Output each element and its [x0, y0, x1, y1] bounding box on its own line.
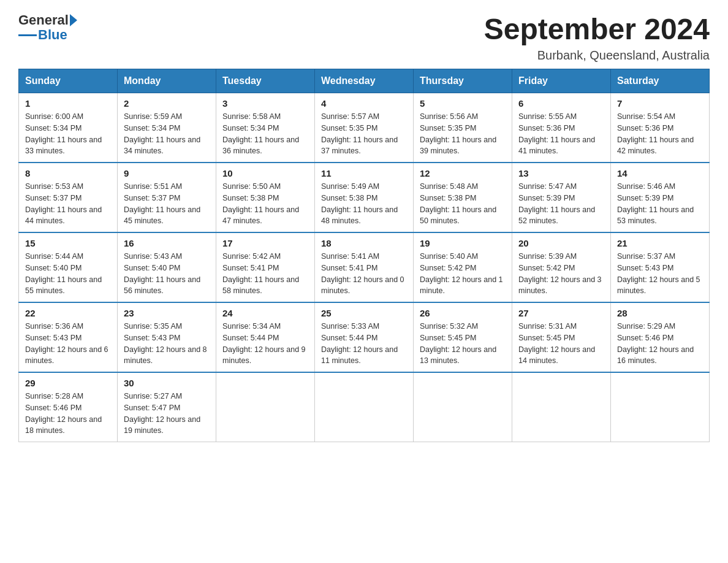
- day-number: 11: [321, 168, 407, 178]
- day-number: 18: [321, 238, 407, 248]
- calendar-cell: 2Sunrise: 5:59 AMSunset: 5:34 PMDaylight…: [118, 93, 216, 163]
- day-number: 25: [321, 308, 407, 318]
- day-number: 27: [518, 308, 604, 318]
- calendar-cell: 17Sunrise: 5:42 AMSunset: 5:41 PMDayligh…: [216, 232, 315, 302]
- day-info: Sunrise: 5:44 AMSunset: 5:40 PMDaylight:…: [25, 251, 111, 297]
- day-info: Sunrise: 5:35 AMSunset: 5:43 PMDaylight:…: [124, 321, 210, 367]
- day-number: 8: [25, 168, 111, 178]
- day-info: Sunrise: 5:34 AMSunset: 5:44 PMDaylight:…: [222, 321, 308, 367]
- col-monday: Monday: [118, 69, 216, 93]
- day-number: 24: [222, 308, 308, 318]
- day-info: Sunrise: 5:59 AMSunset: 5:34 PMDaylight:…: [124, 111, 210, 157]
- calendar-cell: 5Sunrise: 5:56 AMSunset: 5:35 PMDaylight…: [414, 93, 512, 163]
- calendar-table: Sunday Monday Tuesday Wednesday Thursday…: [18, 69, 710, 442]
- day-number: 20: [518, 238, 604, 248]
- calendar-cell: 20Sunrise: 5:39 AMSunset: 5:42 PMDayligh…: [512, 232, 611, 302]
- day-info: Sunrise: 5:31 AMSunset: 5:45 PMDaylight:…: [518, 321, 604, 367]
- day-info: Sunrise: 6:00 AMSunset: 5:34 PMDaylight:…: [25, 111, 111, 157]
- day-info: Sunrise: 5:37 AMSunset: 5:43 PMDaylight:…: [617, 251, 703, 297]
- calendar-cell: 12Sunrise: 5:48 AMSunset: 5:38 PMDayligh…: [414, 163, 512, 232]
- day-info: Sunrise: 5:57 AMSunset: 5:35 PMDaylight:…: [321, 111, 407, 157]
- col-saturday: Saturday: [611, 69, 710, 93]
- calendar-cell: 24Sunrise: 5:34 AMSunset: 5:44 PMDayligh…: [216, 302, 315, 372]
- calendar-cell: 7Sunrise: 5:54 AMSunset: 5:36 PMDaylight…: [611, 93, 710, 163]
- calendar-week-row: 29Sunrise: 5:28 AMSunset: 5:46 PMDayligh…: [19, 372, 710, 442]
- col-sunday: Sunday: [19, 69, 118, 93]
- calendar-cell: 13Sunrise: 5:47 AMSunset: 5:39 PMDayligh…: [512, 163, 611, 232]
- col-thursday: Thursday: [414, 69, 512, 93]
- calendar-week-row: 8Sunrise: 5:53 AMSunset: 5:37 PMDaylight…: [19, 163, 710, 232]
- logo: General Blue: [18, 12, 77, 43]
- day-number: 7: [617, 98, 703, 109]
- calendar-week-row: 15Sunrise: 5:44 AMSunset: 5:40 PMDayligh…: [19, 232, 710, 302]
- day-number: 23: [124, 308, 210, 318]
- day-number: 6: [518, 98, 604, 109]
- day-number: 26: [420, 308, 506, 318]
- page-header: General Blue September 2024 Burbank, Que…: [18, 12, 710, 63]
- col-wednesday: Wednesday: [315, 69, 414, 93]
- day-info: Sunrise: 5:33 AMSunset: 5:44 PMDaylight:…: [321, 321, 407, 367]
- calendar-cell: [512, 372, 611, 442]
- page-subtitle: Burbank, Queensland, Australia: [484, 48, 710, 63]
- calendar-week-row: 1Sunrise: 6:00 AMSunset: 5:34 PMDaylight…: [19, 93, 710, 163]
- calendar-cell: 21Sunrise: 5:37 AMSunset: 5:43 PMDayligh…: [611, 232, 710, 302]
- day-info: Sunrise: 5:41 AMSunset: 5:41 PMDaylight:…: [321, 251, 407, 297]
- calendar-cell: 15Sunrise: 5:44 AMSunset: 5:40 PMDayligh…: [19, 232, 118, 302]
- calendar-cell: 1Sunrise: 6:00 AMSunset: 5:34 PMDaylight…: [19, 93, 118, 163]
- day-info: Sunrise: 5:42 AMSunset: 5:41 PMDaylight:…: [222, 251, 308, 297]
- logo-general-text: General: [18, 12, 69, 28]
- day-number: 14: [617, 168, 703, 178]
- calendar-cell: 14Sunrise: 5:46 AMSunset: 5:39 PMDayligh…: [611, 163, 710, 232]
- day-number: 2: [124, 98, 210, 109]
- day-number: 5: [420, 98, 506, 109]
- calendar-cell: 30Sunrise: 5:27 AMSunset: 5:47 PMDayligh…: [118, 372, 216, 442]
- calendar-cell: 29Sunrise: 5:28 AMSunset: 5:46 PMDayligh…: [19, 372, 118, 442]
- calendar-cell: 16Sunrise: 5:43 AMSunset: 5:40 PMDayligh…: [118, 232, 216, 302]
- day-number: 15: [25, 238, 111, 248]
- logo-blue-text: Blue: [38, 27, 67, 43]
- day-info: Sunrise: 5:40 AMSunset: 5:42 PMDaylight:…: [420, 251, 506, 297]
- calendar-cell: [216, 372, 315, 442]
- day-info: Sunrise: 5:36 AMSunset: 5:43 PMDaylight:…: [25, 321, 111, 367]
- day-info: Sunrise: 5:27 AMSunset: 5:47 PMDaylight:…: [124, 391, 210, 437]
- calendar-cell: 8Sunrise: 5:53 AMSunset: 5:37 PMDaylight…: [19, 163, 118, 232]
- calendar-cell: 25Sunrise: 5:33 AMSunset: 5:44 PMDayligh…: [315, 302, 414, 372]
- day-info: Sunrise: 5:54 AMSunset: 5:36 PMDaylight:…: [617, 111, 703, 157]
- calendar-cell: 23Sunrise: 5:35 AMSunset: 5:43 PMDayligh…: [118, 302, 216, 372]
- calendar-cell: [315, 372, 414, 442]
- calendar-cell: 28Sunrise: 5:29 AMSunset: 5:46 PMDayligh…: [611, 302, 710, 372]
- day-info: Sunrise: 5:32 AMSunset: 5:45 PMDaylight:…: [420, 321, 506, 367]
- day-info: Sunrise: 5:51 AMSunset: 5:37 PMDaylight:…: [124, 181, 210, 227]
- day-info: Sunrise: 5:58 AMSunset: 5:34 PMDaylight:…: [222, 111, 308, 157]
- day-info: Sunrise: 5:56 AMSunset: 5:35 PMDaylight:…: [420, 111, 506, 157]
- calendar-cell: [611, 372, 710, 442]
- calendar-cell: 6Sunrise: 5:55 AMSunset: 5:36 PMDaylight…: [512, 93, 611, 163]
- title-block: September 2024 Burbank, Queensland, Aust…: [484, 12, 710, 63]
- calendar-cell: 19Sunrise: 5:40 AMSunset: 5:42 PMDayligh…: [414, 232, 512, 302]
- calendar-cell: 3Sunrise: 5:58 AMSunset: 5:34 PMDaylight…: [216, 93, 315, 163]
- calendar-cell: 22Sunrise: 5:36 AMSunset: 5:43 PMDayligh…: [19, 302, 118, 372]
- calendar-cell: 10Sunrise: 5:50 AMSunset: 5:38 PMDayligh…: [216, 163, 315, 232]
- calendar-week-row: 22Sunrise: 5:36 AMSunset: 5:43 PMDayligh…: [19, 302, 710, 372]
- day-number: 17: [222, 238, 308, 248]
- day-info: Sunrise: 5:46 AMSunset: 5:39 PMDaylight:…: [617, 181, 703, 227]
- day-info: Sunrise: 5:48 AMSunset: 5:38 PMDaylight:…: [420, 181, 506, 227]
- col-friday: Friday: [512, 69, 611, 93]
- day-number: 1: [25, 98, 111, 109]
- day-info: Sunrise: 5:53 AMSunset: 5:37 PMDaylight:…: [25, 181, 111, 227]
- day-info: Sunrise: 5:50 AMSunset: 5:38 PMDaylight:…: [222, 181, 308, 227]
- day-number: 28: [617, 308, 703, 318]
- day-number: 4: [321, 98, 407, 109]
- day-number: 19: [420, 238, 506, 248]
- calendar-cell: 26Sunrise: 5:32 AMSunset: 5:45 PMDayligh…: [414, 302, 512, 372]
- calendar-cell: 11Sunrise: 5:49 AMSunset: 5:38 PMDayligh…: [315, 163, 414, 232]
- calendar-header-row: Sunday Monday Tuesday Wednesday Thursday…: [19, 69, 710, 93]
- calendar-cell: [414, 372, 512, 442]
- day-number: 29: [25, 378, 111, 388]
- day-number: 3: [222, 98, 308, 109]
- day-number: 12: [420, 168, 506, 178]
- day-info: Sunrise: 5:43 AMSunset: 5:40 PMDaylight:…: [124, 251, 210, 297]
- col-tuesday: Tuesday: [216, 69, 315, 93]
- day-number: 9: [124, 168, 210, 178]
- day-info: Sunrise: 5:55 AMSunset: 5:36 PMDaylight:…: [518, 111, 604, 157]
